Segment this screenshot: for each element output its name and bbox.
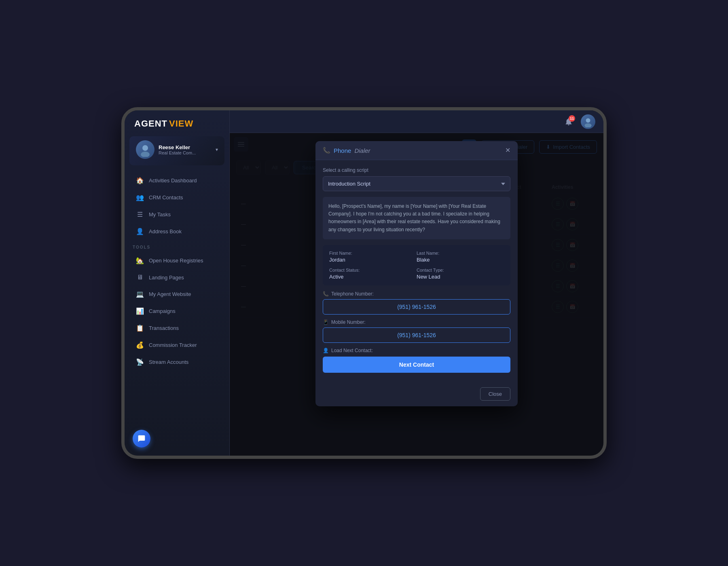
type-value: New Lead — [417, 274, 504, 280]
profile-name: Reese Keller — [159, 144, 212, 150]
telephone-label: 📞 Telephone Number: — [323, 291, 510, 297]
first-name-value: Jordan — [329, 257, 417, 263]
sidebar-item-crm[interactable]: 👥 CRM Contacts — [128, 189, 226, 206]
svg-point-1 — [141, 152, 150, 157]
sidebar-item-label: Landing Pages — [149, 275, 184, 281]
status-label: Contact Status: — [329, 268, 417, 272]
sidebar-item-open-house[interactable]: 🏡 Open House Registries — [128, 252, 226, 269]
phone-dialer-modal: 📞 Phone Dialer ✕ Select a calling script… — [315, 141, 518, 406]
modal-header: 📞 Phone Dialer ✕ — [315, 141, 518, 160]
sidebar-item-label: Transactions — [149, 325, 179, 331]
last-name-field: Last Name: Blake — [417, 251, 504, 263]
sidebar-item-activities[interactable]: 🏠 Activities Dashboard — [128, 172, 226, 189]
sidebar-item-stream[interactable]: 📡 Stream Accounts — [128, 354, 226, 370]
modal-body: Select a calling script Introduction Scr… — [315, 160, 518, 383]
sidebar-item-website[interactable]: 💻 My Agent Website — [128, 286, 226, 302]
modal-title-phone: Phone — [334, 147, 351, 154]
main-content: 11 — [230, 110, 603, 456]
content-area: 📞 Phone Dialer ⬇ Import Contacts All — [230, 133, 603, 456]
script-text: Hello, [Prospect's Name], my name is [Yo… — [323, 197, 510, 239]
modal-overlay: 📞 Phone Dialer ✕ Select a calling script… — [230, 133, 603, 456]
commission-icon: 💰 — [136, 341, 144, 349]
tasks-icon: ☰ — [136, 211, 144, 218]
sidebar-item-label: Campaigns — [149, 308, 176, 314]
chevron-down-icon: ▾ — [216, 147, 218, 152]
users-icon: 👥 — [136, 194, 144, 201]
profile-card[interactable]: Reese Keller Real Estate Com... ▾ — [129, 136, 224, 165]
sidebar-item-label: My Agent Website — [149, 291, 191, 297]
home-icon: 🏠 — [136, 177, 144, 184]
script-select-label: Select a calling script — [323, 167, 510, 173]
top-bar: 11 — [230, 110, 603, 133]
mobile-icon: 📱 — [323, 319, 329, 325]
modal-footer: Close — [315, 383, 518, 406]
sidebar: AGENTVIEW Reese Keller Real Estate Com..… — [125, 110, 230, 456]
sidebar-item-label: Open House Registries — [149, 258, 203, 264]
sidebar-item-label: Commission Tracker — [149, 342, 197, 348]
script-select[interactable]: Introduction Script — [323, 176, 510, 191]
sidebar-item-addressbook[interactable]: 👤 Address Book — [128, 223, 226, 240]
logo-agent-text: AGENT — [134, 118, 167, 129]
tools-label: TOOLS — [125, 240, 229, 252]
screen: AGENTVIEW Reese Keller Real Estate Com..… — [125, 110, 603, 456]
notification-badge: 11 — [569, 115, 575, 122]
logo: AGENTVIEW — [125, 110, 229, 133]
telephone-number-button[interactable]: (951) 961-1526 — [323, 299, 510, 315]
landing-icon: 🖥 — [136, 274, 144, 281]
sidebar-item-transactions[interactable]: 📋 Transactions — [128, 320, 226, 336]
telephone-icon: 📞 — [323, 291, 329, 297]
first-name-field: First Name: Jordan — [329, 251, 417, 263]
sidebar-item-label: Stream Accounts — [149, 359, 188, 365]
contact-info-grid: First Name: Jordan Last Name: Blake Cont… — [323, 245, 510, 285]
website-icon: 💻 — [136, 290, 144, 298]
svg-point-0 — [142, 145, 148, 151]
person-icon: 👤 — [323, 348, 329, 353]
sidebar-item-landing[interactable]: 🖥 Landing Pages — [128, 269, 226, 285]
phone-dialer-icon: 📞 — [323, 147, 330, 154]
sidebar-item-commission[interactable]: 💰 Commission Tracker — [128, 337, 226, 353]
profile-info: Reese Keller Real Estate Com... — [159, 144, 212, 155]
chat-bubble-button[interactable] — [133, 430, 150, 448]
sidebar-nav: 🏠 Activities Dashboard 👥 CRM Contacts ☰ … — [125, 169, 229, 456]
close-icon[interactable]: ✕ — [505, 147, 510, 154]
campaigns-icon: 📊 — [136, 307, 144, 315]
addressbook-icon: 👤 — [136, 228, 144, 235]
last-name-label: Last Name: — [417, 251, 504, 256]
profile-role: Real Estate Com... — [159, 150, 212, 155]
sidebar-item-campaigns[interactable]: 📊 Campaigns — [128, 303, 226, 319]
avatar — [136, 140, 154, 159]
transactions-icon: 📋 — [136, 324, 144, 332]
type-field: Contact Type: New Lead — [417, 268, 504, 280]
notifications-button[interactable]: 11 — [561, 114, 576, 129]
open-house-icon: 🏡 — [136, 257, 144, 264]
last-name-value: Blake — [417, 257, 504, 263]
close-button[interactable]: Close — [480, 387, 510, 401]
modal-title: 📞 Phone Dialer — [323, 147, 370, 154]
svg-point-2 — [586, 118, 590, 122]
sidebar-item-label: CRM Contacts — [149, 194, 183, 201]
svg-point-3 — [584, 123, 591, 127]
stream-icon: 📡 — [136, 358, 144, 366]
modal-title-italic: Dialer — [354, 147, 370, 154]
mobile-label: 📱 Mobile Number: — [323, 319, 510, 325]
sidebar-item-label: Address Book — [149, 228, 182, 234]
status-value: Active — [329, 274, 417, 280]
type-label: Contact Type: — [417, 268, 504, 272]
mobile-number-button[interactable]: (951) 961-1526 — [323, 327, 510, 343]
next-contact-button[interactable]: Next Contact — [323, 357, 510, 373]
load-next-label: 👤 Load Next Contact: — [323, 348, 510, 353]
sidebar-item-label: Activities Dashboard — [149, 177, 197, 184]
logo-view-text: VIEW — [169, 118, 193, 129]
tablet-frame: AGENTVIEW Reese Keller Real Estate Com..… — [121, 107, 607, 459]
sidebar-item-tasks[interactable]: ☰ My Tasks — [128, 206, 226, 223]
sidebar-item-label: My Tasks — [149, 211, 171, 218]
user-avatar-top[interactable] — [581, 114, 595, 129]
first-name-label: First Name: — [329, 251, 417, 256]
status-field: Contact Status: Active — [329, 268, 417, 280]
